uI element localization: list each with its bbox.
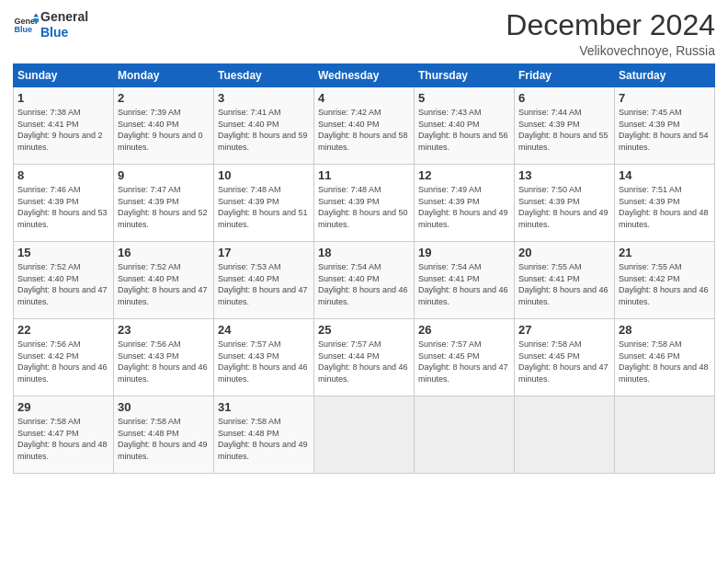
cell-info: Sunrise: 7:48 AMSunset: 4:39 PMDaylight:… [318,185,408,229]
calendar-body: 1Sunrise: 7:38 AMSunset: 4:41 PMDaylight… [14,87,715,474]
calendar-week-4: 22Sunrise: 7:56 AMSunset: 4:42 PMDayligh… [14,319,715,396]
cell-info: Sunrise: 7:42 AMSunset: 4:40 PMDaylight:… [318,108,408,152]
calendar-cell: 29Sunrise: 7:58 AMSunset: 4:47 PMDayligh… [14,396,114,474]
calendar-cell: 19Sunrise: 7:54 AMSunset: 4:41 PMDayligh… [415,242,515,319]
day-number: 17 [218,246,310,259]
calendar-cell: 20Sunrise: 7:55 AMSunset: 4:41 PMDayligh… [515,242,615,319]
cell-info: Sunrise: 7:43 AMSunset: 4:40 PMDaylight:… [418,108,508,152]
day-number: 23 [118,323,210,337]
calendar-cell: 13Sunrise: 7:50 AMSunset: 4:39 PMDayligh… [515,165,615,242]
col-header-saturday: Saturday [615,64,715,87]
day-number: 9 [118,168,210,182]
calendar-cell: 28Sunrise: 7:58 AMSunset: 4:46 PMDayligh… [615,319,715,396]
calendar-week-1: 1Sunrise: 7:38 AMSunset: 4:41 PMDaylight… [14,87,715,165]
day-number: 6 [518,91,610,105]
day-number: 15 [17,246,109,259]
cell-info: Sunrise: 7:41 AMSunset: 4:40 PMDaylight:… [218,108,308,152]
calendar-table: SundayMondayTuesdayWednesdayThursdayFrid… [13,63,715,474]
calendar-cell [615,396,715,474]
logo-line1: General [40,9,88,25]
calendar-cell: 7Sunrise: 7:45 AMSunset: 4:39 PMDaylight… [615,87,715,165]
calendar-cell: 1Sunrise: 7:38 AMSunset: 4:41 PMDaylight… [14,87,114,165]
day-number: 18 [318,246,410,259]
calendar-cell: 22Sunrise: 7:56 AMSunset: 4:42 PMDayligh… [14,319,114,396]
calendar-cell: 4Sunrise: 7:42 AMSunset: 4:40 PMDaylight… [314,87,415,165]
calendar-cell: 15Sunrise: 7:52 AMSunset: 4:40 PMDayligh… [14,242,114,319]
cell-info: Sunrise: 7:58 AMSunset: 4:46 PMDaylight:… [619,339,709,384]
day-number: 24 [218,323,310,337]
cell-info: Sunrise: 7:44 AMSunset: 4:39 PMDaylight:… [518,108,609,152]
cell-info: Sunrise: 7:45 AMSunset: 4:39 PMDaylight:… [619,108,709,152]
day-number: 31 [218,400,310,414]
cell-info: Sunrise: 7:46 AMSunset: 4:39 PMDaylight:… [17,185,108,229]
calendar-cell: 8Sunrise: 7:46 AMSunset: 4:39 PMDaylight… [14,165,114,242]
calendar-week-3: 15Sunrise: 7:52 AMSunset: 4:40 PMDayligh… [14,242,715,319]
day-number: 12 [418,168,510,182]
calendar-cell: 24Sunrise: 7:57 AMSunset: 4:43 PMDayligh… [214,319,314,396]
calendar-cell: 2Sunrise: 7:39 AMSunset: 4:40 PMDaylight… [114,87,214,165]
day-number: 8 [17,168,109,182]
calendar-cell: 25Sunrise: 7:57 AMSunset: 4:44 PMDayligh… [314,319,415,396]
day-number: 4 [318,91,410,105]
calendar-cell: 21Sunrise: 7:55 AMSunset: 4:42 PMDayligh… [615,242,715,319]
day-number: 19 [418,246,510,259]
svg-text:Blue: Blue [14,25,32,34]
day-number: 22 [17,323,109,337]
col-header-tuesday: Tuesday [214,64,314,87]
calendar-cell: 16Sunrise: 7:52 AMSunset: 4:40 PMDayligh… [114,242,214,319]
cell-info: Sunrise: 7:39 AMSunset: 4:40 PMDaylight:… [118,108,203,152]
cell-info: Sunrise: 7:49 AMSunset: 4:39 PMDaylight:… [418,185,508,229]
calendar-cell: 11Sunrise: 7:48 AMSunset: 4:39 PMDayligh… [314,165,415,242]
day-number: 28 [619,323,711,337]
calendar-header-row: SundayMondayTuesdayWednesdayThursdayFrid… [14,64,715,87]
calendar-week-2: 8Sunrise: 7:46 AMSunset: 4:39 PMDaylight… [14,165,715,242]
calendar-cell: 3Sunrise: 7:41 AMSunset: 4:40 PMDaylight… [214,87,314,165]
cell-info: Sunrise: 7:57 AMSunset: 4:44 PMDaylight:… [318,339,408,384]
calendar-cell [314,396,415,474]
logo: General Blue General Blue [13,9,88,40]
calendar-cell [415,396,515,474]
cell-info: Sunrise: 7:56 AMSunset: 4:43 PMDaylight:… [118,339,208,384]
calendar-cell: 27Sunrise: 7:58 AMSunset: 4:45 PMDayligh… [515,319,615,396]
day-number: 14 [619,168,711,182]
day-number: 5 [418,91,510,105]
cell-info: Sunrise: 7:48 AMSunset: 4:39 PMDaylight:… [218,185,308,229]
day-number: 26 [418,323,510,337]
cell-info: Sunrise: 7:57 AMSunset: 4:45 PMDaylight:… [418,339,508,384]
day-number: 20 [518,246,610,259]
day-number: 27 [518,323,610,337]
cell-info: Sunrise: 7:54 AMSunset: 4:41 PMDaylight:… [418,262,508,306]
calendar-container: General Blue General Blue December 2024 … [0,0,728,481]
day-number: 16 [118,246,210,259]
day-number: 3 [218,91,310,105]
cell-info: Sunrise: 7:54 AMSunset: 4:40 PMDaylight:… [318,262,408,306]
day-number: 21 [619,246,711,259]
cell-info: Sunrise: 7:38 AMSunset: 4:41 PMDaylight:… [17,108,103,152]
calendar-cell: 31Sunrise: 7:58 AMSunset: 4:48 PMDayligh… [214,396,314,474]
logo-line2: Blue [40,25,88,40]
cell-info: Sunrise: 7:58 AMSunset: 4:45 PMDaylight:… [518,339,609,384]
cell-info: Sunrise: 7:55 AMSunset: 4:42 PMDaylight:… [619,262,709,306]
col-header-friday: Friday [515,64,615,87]
calendar-cell: 30Sunrise: 7:58 AMSunset: 4:48 PMDayligh… [114,396,214,474]
title-block: December 2024 Velikovechnoye, Russia [506,9,715,58]
cell-info: Sunrise: 7:52 AMSunset: 4:40 PMDaylight:… [17,262,108,306]
day-number: 7 [619,91,711,105]
cell-info: Sunrise: 7:55 AMSunset: 4:41 PMDaylight:… [518,262,609,306]
svg-marker-2 [33,13,39,17]
day-number: 29 [17,400,109,414]
calendar-cell: 14Sunrise: 7:51 AMSunset: 4:39 PMDayligh… [615,165,715,242]
day-number: 2 [118,91,210,105]
day-number: 13 [518,168,610,182]
day-number: 25 [318,323,410,337]
day-number: 30 [118,400,210,414]
cell-info: Sunrise: 7:51 AMSunset: 4:39 PMDaylight:… [619,185,709,229]
day-number: 10 [218,168,310,182]
col-header-sunday: Sunday [14,64,114,87]
calendar-cell: 17Sunrise: 7:53 AMSunset: 4:40 PMDayligh… [214,242,314,319]
cell-info: Sunrise: 7:57 AMSunset: 4:43 PMDaylight:… [218,339,308,384]
cell-info: Sunrise: 7:58 AMSunset: 4:48 PMDaylight:… [118,417,208,461]
calendar-cell: 26Sunrise: 7:57 AMSunset: 4:45 PMDayligh… [415,319,515,396]
calendar-cell: 12Sunrise: 7:49 AMSunset: 4:39 PMDayligh… [415,165,515,242]
month-title: December 2024 [506,9,715,41]
